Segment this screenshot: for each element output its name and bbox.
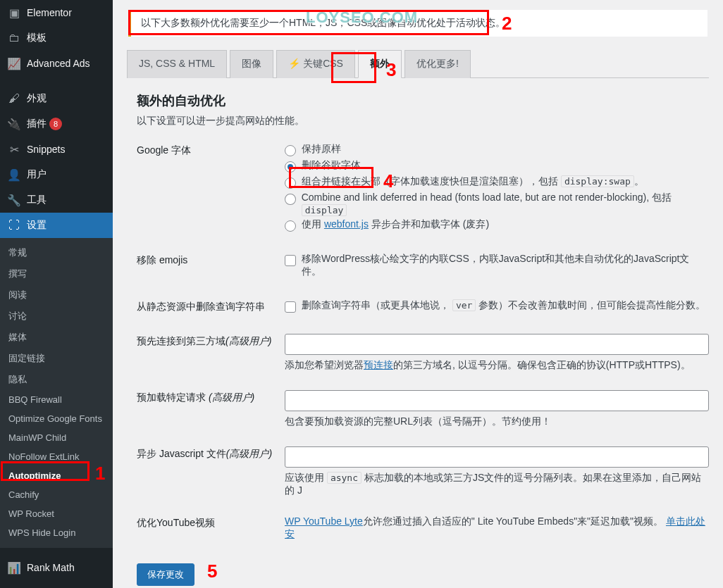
menu-label: Rank Math — [27, 562, 75, 573]
save-button[interactable]: 保存更改 — [137, 563, 194, 586]
input-preconnect[interactable] — [285, 334, 709, 355]
submenu-item-BBQ Firewall[interactable]: BBQ Firewall — [0, 390, 113, 409]
label-querystrings: 从静态资源中删除查询字符串 — [137, 299, 285, 313]
radio-google-fonts-2[interactable] — [285, 177, 296, 189]
row-preload: 预加载特定请求 (高级用户) 包含要预加载资源的完整URL列表（逗号隔开）。节约… — [137, 390, 709, 428]
submenu-item-固定链接[interactable]: 固定链接 — [0, 348, 113, 369]
submenu-item-WPS Hide Login[interactable]: WPS Hide Login — [0, 523, 113, 542]
menu-item-Snippets[interactable]: ✂Snippets — [0, 137, 113, 162]
label-youtube: 优化YouTube视频 — [137, 515, 285, 530]
bolt-icon: ⚡ — [288, 58, 300, 69]
notice-text: 以下大多数额外优化需要至少一个HTML，JS，CSS或图像自动优化处于活动状态。 — [141, 17, 505, 28]
menu-item-Advanced Ads[interactable]: 📈Advanced Ads — [0, 51, 113, 76]
menu-label: 模板 — [27, 32, 47, 44]
submenu-item-MainWP Child[interactable]: MainWP Child — [0, 428, 113, 447]
code-display: display — [302, 204, 347, 216]
input-asyncjs[interactable] — [285, 446, 709, 468]
radio-label: 保持原样 — [302, 143, 341, 156]
menu-icon: ✂ — [7, 142, 21, 156]
submenu-item-常规[interactable]: 常规 — [0, 242, 113, 263]
menu-item-外观[interactable]: 🖌外观 — [0, 86, 113, 111]
row-preconnect: 预先连接到第三方域(高级用户) 添加您希望浏览器预连接的第三方域名, 以逗号分隔… — [137, 334, 709, 372]
checkbox-emojis[interactable] — [285, 255, 296, 266]
submenu-item-讨论[interactable]: 讨论 — [0, 306, 113, 327]
row-emojis: 移除 emojis 移除WordPress核心绘文字的内联CSS，内联JavaS… — [137, 253, 709, 281]
help-preload: 包含要预加载资源的完整URL列表（逗号隔开）。节约使用！ — [285, 415, 709, 428]
label-preconnect: 预先连接到第三方域(高级用户) — [137, 334, 285, 348]
menu-label: Advanced Ads — [27, 58, 90, 69]
submenu-item-Cachify[interactable]: Cachify — [0, 485, 113, 504]
link-preconnect[interactable]: 预连接 — [364, 359, 393, 370]
menu-item-设置[interactable]: ⛶设置 — [0, 213, 113, 238]
menu-icon: 📈 — [7, 56, 21, 70]
link-webfontjs[interactable]: webfont.js — [324, 218, 369, 230]
radio-google-fonts-1[interactable] — [285, 161, 296, 173]
row-asyncjs: 异步 Javascript 文件(高级用户) 应该使用 async 标志加载的本… — [137, 446, 709, 497]
menu-label: 外观 — [27, 92, 47, 105]
content-area: 以下大多数额外优化需要至少一个HTML，JS，CSS或图像自动优化处于活动状态。… — [113, 0, 723, 588]
menu-icon: 🔧 — [7, 193, 21, 207]
link-youtube-lyte[interactable]: WP YouTube Lyte — [285, 515, 363, 527]
warning-notice: 以下大多数额外优化需要至少一个HTML，JS，CSS或图像自动优化处于活动状态。 — [128, 10, 707, 37]
admin-sidebar: ▣Elementor🗀模板📈Advanced Ads 🖌外观🔌插件8✂Snipp… — [0, 0, 113, 588]
label-asyncjs: 异步 Javascript 文件(高级用户) — [137, 446, 285, 461]
submenu-item-媒体[interactable]: 媒体 — [0, 327, 113, 348]
radio-label: 组合并链接在头部（字体加载速度快但是渲染阻塞），包括 display:swap。 — [302, 175, 644, 188]
menu-item-插件[interactable]: 🔌插件8 — [0, 111, 113, 137]
tab-优化更多![interactable]: 优化更多! — [404, 50, 471, 78]
menu-label: Snippets — [27, 144, 65, 155]
input-preload[interactable] — [285, 390, 709, 411]
tab-label: 关键CSS — [303, 58, 343, 69]
submenu-item-阅读[interactable]: 阅读 — [0, 284, 113, 306]
radio-label: 删除谷歌字体 — [302, 159, 361, 172]
row-google-fonts: Google 字体 保持原样删除谷歌字体组合并链接在头部（字体加载速度快但是渲染… — [137, 143, 709, 234]
code-ver: ver — [452, 299, 476, 311]
settings-submenu: 常规撰写阅读讨论媒体固定链接隐私BBQ FirewallOptimize Goo… — [0, 238, 113, 548]
menu-item-Rank Math[interactable]: 📊Rank Math — [0, 555, 113, 580]
tab-图像[interactable]: 图像 — [230, 50, 273, 78]
field-google-fonts: 保持原样删除谷歌字体组合并链接在头部（字体加载速度快但是渲染阻塞），包括 dis… — [285, 143, 709, 234]
tab-label: 图像 — [242, 58, 261, 69]
tab-label: 额外 — [370, 58, 390, 69]
submenu-item-隐私[interactable]: 隐私 — [0, 369, 113, 390]
menu-label: 用户 — [27, 168, 47, 181]
menu-label: 工具 — [27, 194, 47, 206]
menu-item-用户[interactable]: 👤用户 — [0, 162, 113, 187]
menu-item-Blackhole[interactable]: ◐Blackhole — [0, 580, 113, 588]
menu-icon: 🖌 — [7, 92, 21, 106]
radio-google-fonts-4[interactable] — [285, 220, 296, 232]
tab-JS, CSS & HTML[interactable]: JS, CSS & HTML — [127, 50, 227, 78]
tab-bar: JS, CSS & HTML图像⚡关键CSS额外优化更多! — [127, 49, 709, 78]
submenu-item-NoFollow ExtLink[interactable]: NoFollow ExtLink — [0, 447, 113, 466]
submenu-item-Optimize Google Fonts[interactable]: Optimize Google Fonts — [0, 409, 113, 428]
radio-google-fonts-0[interactable] — [285, 145, 296, 156]
label-google-fonts: Google 字体 — [137, 143, 285, 157]
menu-item-模板[interactable]: 🗀模板 — [0, 25, 113, 51]
checkbox-querystrings[interactable] — [285, 301, 296, 313]
menu-label: Elementor — [27, 7, 72, 18]
menu-label: 设置 — [27, 219, 47, 232]
menu-item-工具[interactable]: 🔧工具 — [0, 187, 113, 213]
menu-label: 插件 — [27, 118, 47, 130]
menu-icon: ⛶ — [7, 218, 21, 232]
radio-label: 使用 webfont.js 异步合并和加载字体 (废弃) — [302, 218, 489, 231]
code-display-swap: display:swap — [561, 175, 634, 187]
code-async: async — [327, 472, 362, 484]
menu-icon: 🔌 — [7, 117, 21, 131]
help-preconnect: 添加您希望浏览器预连接的第三方域名, 以逗号分隔。确保包含正确的协议(HTTP或… — [285, 359, 709, 372]
submenu-item-WP Rocket[interactable]: WP Rocket — [0, 504, 113, 523]
help-youtube: WP YouTube Lyte允许您通过插入自适应的" Lite YouTube… — [285, 515, 709, 541]
menu-item-Elementor[interactable]: ▣Elementor — [0, 0, 113, 25]
menu-icon: 📊 — [7, 561, 21, 575]
section-title: 额外的自动优化 — [137, 92, 709, 109]
tab-label: 优化更多! — [416, 58, 459, 69]
submenu-item-Autoptimize[interactable]: Autoptimize — [0, 466, 113, 485]
radio-label: Combine and link deferred in head (fonts… — [302, 192, 709, 215]
submenu-item-撰写[interactable]: 撰写 — [0, 263, 113, 284]
update-badge: 8 — [49, 118, 62, 130]
radio-google-fonts-3[interactable] — [285, 194, 296, 205]
label-emojis: 移除 emojis — [137, 253, 285, 267]
menu-icon: ▣ — [7, 6, 21, 20]
tab-关键CSS[interactable]: ⚡关键CSS — [276, 50, 355, 78]
tab-额外[interactable]: 额外 — [358, 50, 402, 78]
